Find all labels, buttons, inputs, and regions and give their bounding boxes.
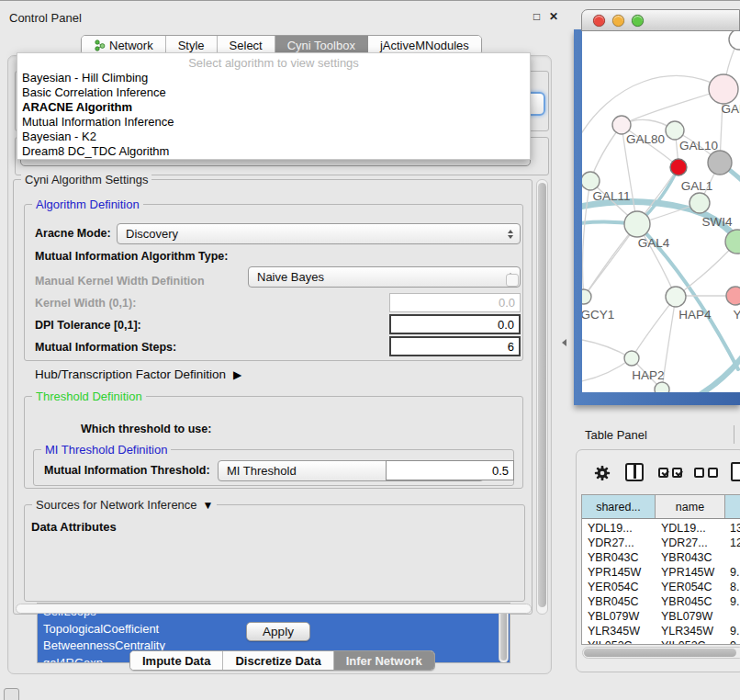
network-icon <box>94 39 106 51</box>
table-row[interactable]: YER054C YER054C 8. <box>582 580 740 594</box>
table-row[interactable]: YDL19... YDL19... 13 <box>582 521 740 536</box>
node-gal11[interactable] <box>582 172 600 190</box>
mi-threshold-field[interactable] <box>386 460 514 480</box>
dropdown-item-mutual-information[interactable]: Mutual Information Inference <box>17 115 530 130</box>
table-panel-header: Table Panel <box>574 423 740 447</box>
hub-section-label: Hub/Transcription Factor Definition <box>35 367 226 381</box>
settings-scrollbar-thumb[interactable] <box>538 183 546 607</box>
network-graph[interactable] <box>582 31 740 392</box>
kernel-width-field[interactable] <box>389 293 521 312</box>
table-toolbar <box>577 450 740 493</box>
table-row[interactable]: YIL052C YIL052C 9 <box>582 638 740 645</box>
table-scrollbar-thumb[interactable] <box>584 649 736 657</box>
table-horizontal-scrollbar[interactable] <box>582 647 740 659</box>
zoom-window-icon[interactable] <box>632 15 644 27</box>
node-swi4[interactable] <box>690 193 710 213</box>
node-gcy1[interactable] <box>582 289 591 304</box>
algorithm-dropdown-list: Select algorithm to view settings Bayesi… <box>17 52 531 160</box>
settings-horizontal-scrollbar[interactable] <box>16 604 532 614</box>
node-hap4[interactable] <box>666 287 686 307</box>
node-label: Y <box>733 308 740 322</box>
attributes-scrollbar-thumb[interactable] <box>500 607 507 660</box>
node-unlabeled-salmon[interactable] <box>726 287 740 305</box>
mi-steps-field[interactable] <box>389 336 521 356</box>
tab-infer-network[interactable]: Infer Network <box>334 651 434 670</box>
table-row[interactable]: YLR345W YLR345W 9. <box>582 624 740 638</box>
column-header-name[interactable]: name <box>656 495 725 518</box>
tab-impute-data[interactable]: Impute Data <box>130 651 223 670</box>
table-row[interactable]: YBR043C YBR043C <box>582 550 740 565</box>
tab-network-label: Network <box>109 39 153 52</box>
node-unlabeled-top[interactable] <box>729 31 740 50</box>
tab-jactivemnodules-label: jActiveMNodules <box>380 39 469 52</box>
minimize-window-icon[interactable] <box>612 15 624 27</box>
aracne-mode-combo[interactable]: Discovery <box>117 223 521 244</box>
tab-cyni-toolbox-label: Cyni Toolbox <box>287 39 355 52</box>
hub-section-toggle[interactable]: Hub/Transcription Factor Definition ▶ <box>35 367 241 381</box>
close-window-icon[interactable] <box>593 15 605 27</box>
node-unlabeled-bottom[interactable] <box>655 382 669 392</box>
tab-jactivemnodules[interactable]: jActiveMNodules <box>368 36 481 54</box>
control-panel-title: Control Panel <box>9 11 82 25</box>
tab-impute-data-label: Impute Data <box>142 654 210 668</box>
dropdown-item-basic-correlation[interactable]: Basic Correlation Inference <box>17 85 530 100</box>
mi-threshold-group-title: MI Threshold Definition <box>41 443 171 457</box>
network-window-titlebar[interactable] <box>581 9 740 31</box>
attribute-table[interactable]: shared... name YDL19... YDL19... 13 YDR2… <box>581 494 740 645</box>
tab-network[interactable]: Network <box>82 36 166 54</box>
chevron-down-icon: ▼ <box>203 499 214 512</box>
settings-vertical-scrollbar[interactable] <box>536 179 548 615</box>
column-header-shared-name[interactable]: shared... <box>582 495 656 518</box>
tab-discretize-data[interactable]: Discretize Data <box>223 651 333 670</box>
node-label: SWI4 <box>701 215 732 229</box>
dropdown-item-aracne[interactable]: ARACNE Algorithm <box>17 100 530 115</box>
export-table-icon[interactable] <box>731 462 740 481</box>
close-panel-icon[interactable]: ✕ <box>549 11 558 22</box>
table-panel-body: shared... name YDL19... YDL19... 13 YDR2… <box>576 449 740 672</box>
control-panel: Control Panel □ ✕ Network Style Select C… <box>0 1 560 700</box>
sources-group: Sources for Network Inference ▼ <box>24 504 525 602</box>
node-gal2[interactable] <box>709 74 738 104</box>
dpi-tolerance-field[interactable] <box>389 314 521 334</box>
sources-title-row[interactable]: Sources for Network Inference ▼ <box>32 498 217 512</box>
spinner-icon <box>508 230 513 239</box>
columns-icon[interactable] <box>625 463 644 481</box>
table-row[interactable]: YDR27... YDR27... 12 <box>582 536 740 550</box>
chevron-right-icon: ▶ <box>233 368 241 381</box>
table-header-row: shared... name <box>582 495 740 519</box>
dropdown-item-dream8[interactable]: Dream8 DC_TDC Algorithm <box>17 144 530 159</box>
node-unlabeled-gray[interactable] <box>708 151 732 175</box>
node-label: GAL10 <box>679 139 718 152</box>
node-gal1[interactable] <box>670 159 687 175</box>
node-gal4[interactable] <box>624 211 650 237</box>
sources-title: Sources for Network Inference <box>36 498 197 512</box>
panel-splitter[interactable] <box>558 1 574 700</box>
manual-kernel-checkbox[interactable] <box>506 274 519 287</box>
show-selected-columns-icon[interactable] <box>658 468 682 478</box>
table-panel-title: Table Panel <box>585 428 647 442</box>
mi-type-combo[interactable]: Naive Bayes <box>248 266 521 288</box>
gear-icon[interactable] <box>594 465 611 481</box>
table-row[interactable]: YBR045C YBR045C 9. <box>582 594 740 609</box>
dropdown-item-bayesian-k2[interactable]: Bayesian - K2 <box>17 130 530 144</box>
minimized-panel-grip[interactable] <box>4 688 19 700</box>
node-label: HAP4 <box>678 308 711 322</box>
dropdown-item-bayesian-hill-climbing[interactable]: Bayesian - Hill Climbing <box>17 71 530 85</box>
column-header-cut[interactable] <box>725 495 740 518</box>
table-row[interactable]: YBL079W YBL079W <box>582 609 740 624</box>
node-gal10[interactable] <box>666 121 684 140</box>
node-label: HAP2 <box>632 368 664 382</box>
tab-infer-network-label: Infer Network <box>346 654 422 668</box>
node-hap2[interactable] <box>624 351 639 366</box>
tab-style[interactable]: Style <box>166 36 218 54</box>
splitter-collapse-arrow[interactable] <box>562 339 566 346</box>
network-canvas[interactable]: GAL GAL80 GAL10 GAL1 GAL11 SWI4 GAL4 GCY… <box>582 31 740 392</box>
tab-select[interactable]: Select <box>218 36 275 54</box>
float-window-icon[interactable]: □ <box>533 11 540 22</box>
apply-button[interactable]: Apply <box>246 622 310 641</box>
table-row[interactable]: YPR145W YPR145W 9. <box>582 565 740 580</box>
app-root: Control Panel □ ✕ Network Style Select C… <box>0 0 740 700</box>
manual-kernel-label: Manual Kernel Width Definition <box>35 275 205 288</box>
tab-cyni-toolbox[interactable]: Cyni Toolbox <box>275 36 368 54</box>
hide-columns-icon[interactable] <box>694 468 718 478</box>
